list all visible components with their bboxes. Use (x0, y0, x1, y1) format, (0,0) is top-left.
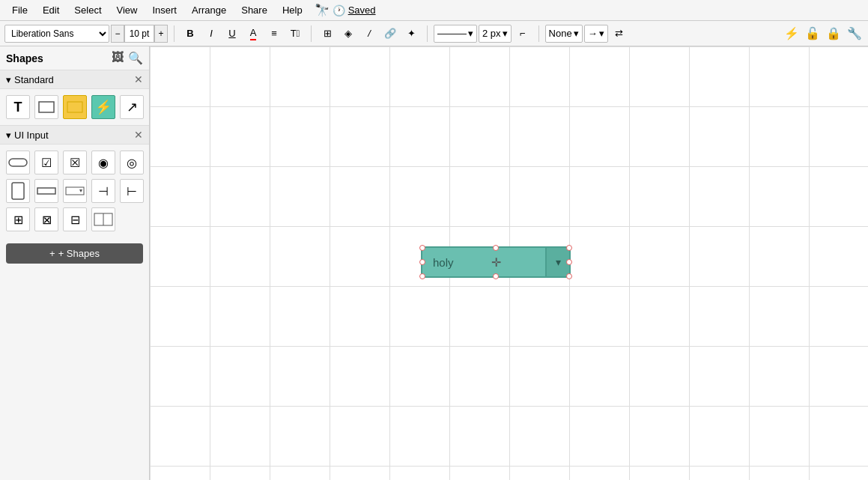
svg-rect-0 (39, 102, 54, 112)
arrow-start-select[interactable]: None ▾ (545, 25, 583, 43)
menu-select[interactable]: Select (68, 3, 107, 17)
canvas[interactable]: holy ✛ ▾ (150, 46, 868, 480)
sidebar-title: Shapes (6, 52, 43, 64)
line-group: ——— ▾ 2 px ▾ ⌐ (434, 24, 532, 43)
sep-4 (538, 25, 539, 42)
menu-view[interactable]: View (111, 3, 144, 17)
font-size-control: − + (111, 25, 168, 43)
shape-toggle[interactable]: ⊢ (120, 179, 144, 203)
move-icon: ✛ (491, 255, 501, 270)
italic-button[interactable]: I (201, 24, 221, 43)
chevron-down-icon-3: ▾ (574, 28, 579, 39)
arrow-group: None ▾ → ▾ ⇄ (545, 24, 629, 43)
text-format-group: B I U A ≡ T⃨ (180, 24, 305, 43)
menu-insert[interactable]: Insert (146, 3, 183, 17)
shape-tablet[interactable] (6, 179, 30, 203)
shape-split-panel[interactable] (91, 207, 115, 231)
line-width-select[interactable]: 2 px ▾ (479, 25, 512, 43)
font-size-input[interactable] (124, 25, 154, 43)
arrow-end-icon: → (588, 28, 598, 39)
menu-help[interactable]: Help (276, 3, 309, 17)
align-center-button[interactable]: ≡ (264, 24, 284, 43)
shape-checkbox-x[interactable]: ☒ (63, 151, 87, 174)
sidebar-header: Shapes 🖼 🔍 (0, 46, 149, 70)
dropdown-shape[interactable]: holy ✛ ▾ (421, 246, 571, 278)
section-ui-input-close[interactable]: ✕ (134, 129, 143, 141)
binoculars-icon: 🔭 (315, 3, 330, 17)
shape-slider[interactable]: ⊣ (91, 179, 115, 203)
shape-input-rounded[interactable] (6, 151, 30, 174)
shape-text-label: holy (422, 256, 545, 269)
handle-top-right[interactable] (566, 245, 572, 251)
shape-labeled-input[interactable]: ⊟ (63, 207, 87, 231)
svg-rect-1 (67, 102, 82, 112)
svg-rect-3 (12, 183, 24, 199)
section-standard-close[interactable]: ✕ (134, 73, 143, 85)
search-icon[interactable]: 🔍 (128, 51, 143, 65)
shape-yellow-rect[interactable] (63, 95, 87, 119)
corner-button[interactable]: ⌐ (513, 24, 532, 43)
menu-bar: File Edit Select View Insert Arrange Sha… (0, 0, 868, 21)
handle-middle-right[interactable] (566, 259, 572, 265)
shape-search-input[interactable]: ⊠ (34, 207, 58, 231)
handle-middle-left[interactable] (419, 259, 425, 265)
arrow-start-label: None (549, 28, 572, 39)
fill-button[interactable]: ◈ (339, 24, 358, 43)
text-align-icon: T⃨ (291, 28, 300, 39)
chevron-down-standard-icon: ▾ (6, 74, 11, 85)
handle-top-left[interactable] (419, 245, 425, 251)
shape-grid-input[interactable]: ⊞ (6, 207, 30, 231)
shape-lightning[interactable]: ⚡ (91, 95, 115, 119)
unlock-button[interactable]: 🔓 (804, 25, 822, 42)
swap-arrow-button[interactable]: ⇄ (610, 24, 629, 43)
shape-input-flat[interactable] (34, 179, 58, 203)
handle-bottom-right[interactable] (566, 273, 572, 279)
section-standard-header: ▾ Standard ✕ (0, 70, 149, 89)
gallery-icon[interactable]: 🖼 (112, 51, 124, 65)
saved-area: 🔭 🕐 Saved (315, 3, 376, 17)
wrench-button[interactable]: 🔧 (846, 25, 864, 42)
svg-rect-2 (9, 159, 27, 166)
toolbar: Liberation Sans − + B I U A ≡ T⃨ ⊞ ◈ / 🔗… (0, 21, 868, 46)
handle-bottom-left[interactable] (419, 273, 425, 279)
extra-button[interactable]: ✦ (401, 24, 421, 43)
menu-file[interactable]: File (6, 3, 34, 17)
shape-radio-filled[interactable]: ◉ (91, 151, 115, 174)
lock-button[interactable]: 🔒 (825, 25, 843, 42)
menu-edit[interactable]: Edit (37, 3, 65, 17)
line-color-button[interactable]: / (359, 24, 379, 43)
shape-dropdown[interactable] (63, 179, 87, 203)
shape-checkbox-checked[interactable]: ☑ (34, 151, 58, 174)
right-toolbar-icons: ⚡ 🔓 🔒 🔧 (783, 25, 864, 42)
chevron-down-ui-icon: ▾ (6, 130, 11, 141)
saved-label[interactable]: Saved (348, 4, 376, 16)
handle-top-center[interactable] (493, 245, 499, 251)
link-button[interactable]: 🔗 (380, 24, 400, 43)
lightning-button[interactable]: ⚡ (783, 25, 801, 42)
section-standard-left: ▾ Standard (6, 74, 54, 85)
shape-arrow[interactable]: ↗ (120, 95, 144, 119)
font-size-increase[interactable]: + (154, 25, 168, 43)
line-style-icon: ——— (437, 28, 467, 39)
section-ui-input-header: ▾ UI Input ✕ (0, 125, 149, 145)
arrow-end-select[interactable]: → ▾ (584, 25, 608, 43)
bold-button[interactable]: B (180, 24, 200, 43)
underline-button[interactable]: U (222, 24, 242, 43)
font-size-decrease[interactable]: − (111, 25, 124, 43)
shape-rectangle[interactable] (34, 95, 58, 119)
menu-share[interactable]: Share (235, 3, 273, 17)
section-standard-label: Standard (14, 74, 54, 85)
align-text-button[interactable]: T⃨ (285, 24, 305, 43)
table-button[interactable]: ⊞ (318, 24, 337, 43)
svg-rect-4 (37, 188, 55, 194)
handle-bottom-center[interactable] (493, 273, 499, 279)
font-color-button[interactable]: A (243, 24, 263, 43)
line-style-select[interactable]: ——— ▾ (434, 25, 477, 43)
shape-text[interactable]: T (6, 95, 30, 119)
sep-3 (427, 25, 428, 42)
add-shapes-button[interactable]: + + Shapes (6, 243, 143, 264)
menu-arrange[interactable]: Arrange (186, 3, 232, 17)
font-selector[interactable]: Liberation Sans (4, 25, 109, 43)
shape-radio-empty[interactable]: ◎ (120, 151, 144, 174)
standard-shapes-grid: T ⚡ ↗ (0, 89, 149, 125)
